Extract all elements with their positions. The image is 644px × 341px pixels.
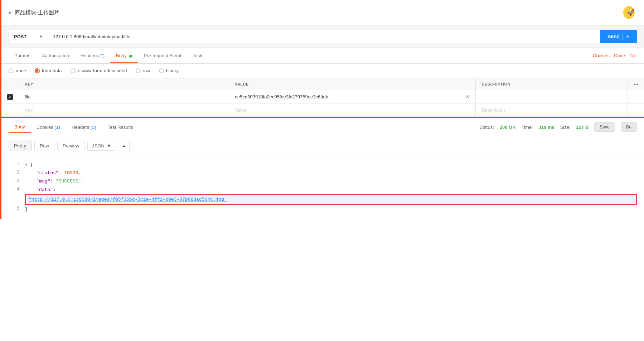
empty-checkbox-cell	[1, 103, 19, 116]
radio-raw[interactable]: raw	[136, 68, 150, 73]
cookies-link[interactable]: Cookies	[593, 53, 610, 58]
json-val-data-url[interactable]: "http://127.0.0.1:8080/images/f05f35bd-3…	[29, 195, 227, 204]
status-label: Status:	[479, 125, 494, 130]
empty-desc-placeholder: Description	[481, 107, 505, 113]
json-key-data: "data"	[36, 187, 53, 193]
radio-urlencoded-circle	[71, 68, 76, 73]
wrap-button[interactable]: ≡	[119, 141, 130, 151]
format-label: JSON	[92, 143, 105, 148]
tab-params[interactable]: Params	[9, 49, 36, 63]
json-open-brace: {	[30, 162, 33, 167]
method-label: POST	[14, 34, 26, 39]
col-header-more[interactable]: •••	[628, 78, 644, 90]
row-value-cell[interactable]: de5cd303918fa0ec95fde3fc279759ee3c6ddb..…	[229, 90, 476, 104]
response-do-button[interactable]: Do	[621, 122, 637, 132]
json-close-brace: }	[25, 206, 28, 212]
cor-link[interactable]: Cor	[629, 53, 637, 58]
send-label: Send	[607, 34, 620, 39]
row-more-cell	[628, 90, 644, 104]
empty-value-placeholder: Value	[235, 107, 246, 113]
kv-table: KEY VALUE DESCRIPTION ••• ✓ file de5c	[1, 78, 644, 117]
method-dropdown[interactable]: POST ▼	[9, 30, 48, 43]
empty-value-cell[interactable]: Value	[229, 103, 476, 116]
row-checkbox[interactable]: ✓	[7, 94, 13, 100]
tab-right-links: Cookies Code Cor	[593, 53, 637, 58]
view-pretty-button[interactable]: Pretty	[9, 141, 32, 151]
json-val-status: 10000	[64, 170, 78, 176]
empty-more-cell	[628, 103, 644, 116]
send-dropdown-arrow-icon[interactable]: ▼	[626, 34, 630, 39]
send-divider	[623, 33, 623, 40]
svg-text:🚀: 🚀	[627, 9, 635, 16]
tab-authorization[interactable]: Authorization	[36, 49, 75, 63]
row-key-cell[interactable]: file	[19, 90, 229, 104]
json-line-5: 5 }	[9, 205, 644, 213]
expand-arrow-icon[interactable]: ▶	[9, 10, 12, 15]
format-dropdown-arrow-icon: ▼	[107, 143, 111, 148]
empty-desc-cell[interactable]: Description	[476, 103, 628, 116]
radio-none[interactable]: none	[9, 68, 26, 73]
table-row-empty: Key Value Description	[1, 103, 644, 116]
format-dropdown[interactable]: JSON ▼	[87, 141, 116, 151]
table-row: ✓ file de5cd303918fa0ec95fde3fc279759ee3…	[1, 90, 644, 104]
col-header-value: VALUE	[229, 78, 476, 90]
page-title: 商品模块-上传图片	[15, 9, 59, 16]
radio-urlencoded[interactable]: x-www-form-urlencoded	[71, 68, 127, 73]
time-label: Time:	[522, 125, 533, 130]
resp-tab-body[interactable]: Body	[9, 121, 31, 133]
tab-headers[interactable]: Headers (1)	[75, 49, 110, 63]
json-viewer: 1 ▼ { 2 "status": 10000, 3 "msg": "SUCCE…	[1, 155, 644, 219]
json-line-1: 1 ▼ {	[9, 161, 644, 169]
logo: 🚀	[615, 4, 637, 21]
resp-tab-headers[interactable]: Headers (3)	[66, 122, 102, 133]
postman-logo-icon: 🚀	[616, 5, 636, 21]
json-line-2: 2 "status": 10000,	[9, 169, 644, 177]
value-cell-content: de5cd303918fa0ec95fde3fc279759ee3c6ddb..…	[235, 94, 470, 99]
row-checkbox-cell[interactable]: ✓	[1, 90, 19, 104]
url-input[interactable]	[48, 30, 600, 43]
json-line-4: 4 "data": "http://127.0.0.1:8080/images/…	[9, 186, 644, 205]
response-save-button[interactable]: Save	[594, 122, 615, 132]
empty-key-placeholder: Key	[25, 107, 33, 113]
request-tabs: Params Authorization Headers (1) Body Pr…	[1, 48, 644, 64]
wrap-icon: ≡	[123, 143, 126, 148]
radio-form-data[interactable]: form-data	[35, 68, 62, 73]
radio-form-data-circle	[35, 68, 40, 73]
tab-tests[interactable]: Tests	[187, 49, 209, 63]
view-preview-button[interactable]: Preview	[57, 141, 84, 151]
resp-tab-test-results[interactable]: Test Results	[102, 122, 139, 133]
response-tabs: Body Cookies (1) Headers (3) Test Result…	[9, 121, 139, 133]
time-value: 318 ms	[539, 125, 555, 130]
col-header-description: DESCRIPTION	[476, 78, 628, 90]
row-description-cell[interactable]	[476, 90, 628, 104]
body-active-dot	[129, 55, 132, 58]
size-value: 227 B	[576, 125, 589, 130]
code-link[interactable]: Code	[614, 53, 625, 58]
body-options: none form-data x-www-form-urlencoded raw…	[1, 64, 644, 78]
row-value-text: de5cd303918fa0ec95fde3fc279759ee3c6ddb..…	[235, 94, 463, 99]
response-header: Body Cookies (1) Headers (3) Test Result…	[1, 117, 644, 137]
col-header-key: KEY	[19, 78, 229, 90]
response-meta: Status: 200 OK Time: 318 ms Size: 227 B …	[479, 122, 637, 132]
clear-value-icon[interactable]: ✕	[465, 94, 470, 99]
size-label: Size:	[560, 125, 571, 130]
radio-raw-circle	[136, 68, 141, 73]
json-key-status: "status"	[36, 170, 58, 176]
radio-binary[interactable]: binary	[159, 68, 179, 73]
radio-none-circle	[9, 68, 14, 73]
url-bar: POST ▼ Send ▼	[1, 25, 644, 48]
empty-key-cell[interactable]: Key	[19, 103, 229, 116]
view-raw-button[interactable]: Raw	[34, 141, 54, 151]
json-key-msg: "msg"	[36, 179, 50, 184]
tab-body[interactable]: Body	[110, 49, 138, 63]
response-toolbar: Pretty Raw Preview JSON ▼ ≡	[1, 137, 644, 155]
more-options-icon[interactable]: •••	[634, 82, 638, 86]
col-header-checkbox	[1, 78, 19, 90]
json-val-msg: "SUCCESS"	[56, 179, 81, 184]
tab-pre-request-script[interactable]: Pre-request Script	[138, 49, 187, 63]
json-line-3: 3 "msg": "SUCCESS",	[9, 177, 644, 185]
resp-tab-cookies[interactable]: Cookies (1)	[31, 122, 66, 133]
send-button[interactable]: Send ▼	[600, 30, 637, 43]
status-value: 200 OK	[500, 125, 516, 130]
method-dropdown-arrow-icon: ▼	[39, 34, 43, 39]
